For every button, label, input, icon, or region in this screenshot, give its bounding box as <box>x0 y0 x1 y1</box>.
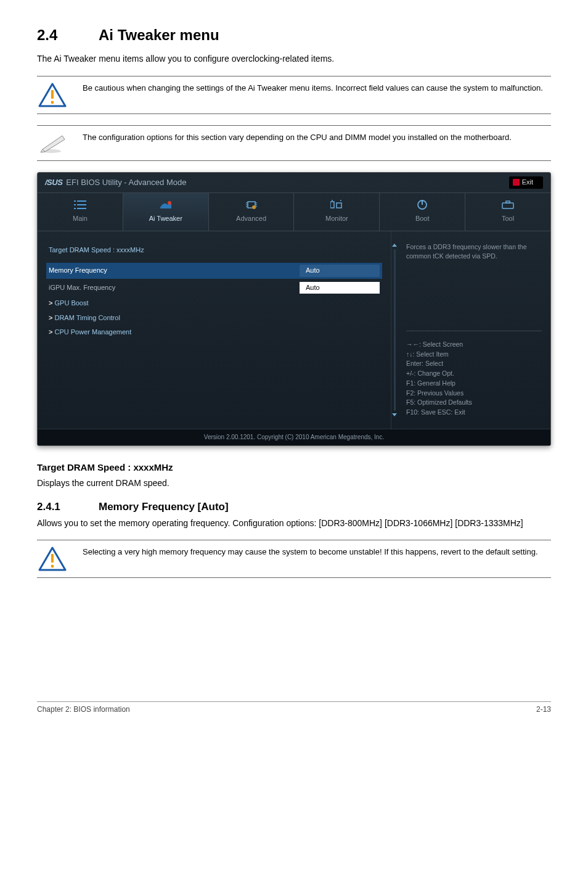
tab-boot[interactable]: Boot <box>380 193 465 231</box>
svg-rect-8 <box>74 204 76 205</box>
warning-icon <box>37 547 68 571</box>
bios-nav-help: →←: Select Screen ↑↓: Select Item Enter:… <box>406 331 542 418</box>
tab-main[interactable]: Main <box>38 193 123 231</box>
scrollbar[interactable] <box>391 231 398 429</box>
bios-footer: Version 2.00.1201. Copyright (C) 2010 Am… <box>38 429 550 445</box>
memory-frequency-label: Memory Frequency <box>49 266 300 275</box>
svg-rect-1 <box>51 90 54 99</box>
svg-rect-7 <box>77 200 86 202</box>
igpu-frequency-label: iGPU Max. Frequency <box>49 283 300 292</box>
svg-rect-10 <box>74 208 76 209</box>
monitor-icon <box>330 199 343 210</box>
bios-titlebar: /SUS EFI BIOS Utility - Advanced Mode Ex… <box>38 173 550 192</box>
row-igpu-frequency[interactable]: iGPU Max. Frequency Auto <box>46 280 382 295</box>
tab-main-label: Main <box>73 214 88 223</box>
row-gpu-boost[interactable]: GPU Boost <box>46 297 382 310</box>
svg-point-12 <box>168 201 171 205</box>
toolbox-icon <box>501 199 515 210</box>
svg-point-29 <box>51 565 54 568</box>
memory-frequency-value[interactable]: Auto <box>300 265 380 276</box>
svg-rect-26 <box>506 201 510 203</box>
tab-monitor[interactable]: Monitor <box>294 193 380 231</box>
tab-advanced[interactable]: Advanced <box>209 193 295 231</box>
exit-icon <box>513 179 520 186</box>
section-2-4-1-text: Allows you to set the memory operating f… <box>37 518 551 530</box>
scroll-track[interactable] <box>394 249 396 411</box>
exit-label: Exit <box>522 178 533 187</box>
svg-point-2 <box>51 101 54 104</box>
target-dram-label: Target DRAM Speed : xxxxMHz <box>49 245 380 255</box>
svg-rect-22 <box>337 203 341 208</box>
tweaker-icon <box>159 199 173 210</box>
tab-boot-label: Boot <box>415 214 430 223</box>
bios-title-text: EFI BIOS Utility - Advanced Mode <box>66 177 186 188</box>
section-intro: The Ai Tweaker menu items allow you to c… <box>37 53 551 65</box>
exit-button[interactable]: Exit <box>509 176 543 188</box>
footer-right: 2-13 <box>536 704 551 715</box>
note-callout-1: The configuration options for this secti… <box>37 125 551 161</box>
tab-aitweaker-label: Ai Tweaker <box>149 214 182 223</box>
footer-left: Chapter 2: BIOS information <box>37 704 130 715</box>
cpu-power-label: CPU Power Management <box>49 328 380 337</box>
tab-aitweaker[interactable]: Ai Tweaker <box>123 193 209 231</box>
tab-monitor-label: Monitor <box>325 214 348 223</box>
svg-point-20 <box>252 205 256 209</box>
section-2-4-1-title: Memory Frequency [Auto] <box>99 501 229 513</box>
gpu-boost-label: GPU Boost <box>49 299 380 308</box>
scroll-up-icon[interactable] <box>392 244 397 247</box>
bios-settings-pane: Target DRAM Speed : xxxxMHz Memory Frequ… <box>38 231 391 429</box>
power-icon <box>415 199 429 210</box>
svg-rect-6 <box>74 200 76 202</box>
section-title-text: Ai Tweaker menu <box>99 27 219 43</box>
dram-timing-label: DRAM Timing Control <box>49 313 380 323</box>
target-dram-text: Displays the current DRAM speed. <box>37 477 551 490</box>
row-cpu-power[interactable]: CPU Power Management <box>46 326 382 339</box>
bios-window: /SUS EFI BIOS Utility - Advanced Mode Ex… <box>37 172 551 446</box>
svg-rect-9 <box>77 204 86 205</box>
tab-advanced-label: Advanced <box>236 214 266 223</box>
note-text-1: The configuration options for this secti… <box>83 132 551 143</box>
caution-callout-2: Selecting a very high memory frequency m… <box>37 540 551 578</box>
chip-icon <box>245 199 258 210</box>
svg-rect-25 <box>502 203 513 208</box>
svg-rect-11 <box>77 208 86 209</box>
row-memory-frequency[interactable]: Memory Frequency Auto <box>46 263 382 278</box>
section-heading: 2.4Ai Tweaker menu <box>37 25 551 46</box>
page-footer: Chapter 2: BIOS information 2-13 <box>37 701 551 715</box>
igpu-frequency-value[interactable]: Auto <box>300 282 380 294</box>
caution-text-1: Be cautious when changing the settings o… <box>83 83 551 94</box>
section-2-4-1-number: 2.4.1 <box>37 500 99 514</box>
section-number: 2.4 <box>37 25 99 46</box>
bios-tabs: Main Ai Tweaker Advanced Monitor Boot <box>38 193 550 231</box>
scroll-down-icon[interactable] <box>392 413 397 416</box>
caution-text-2: Selecting a very high memory frequency m… <box>83 547 551 558</box>
svg-rect-28 <box>51 554 54 563</box>
tab-tool[interactable]: Tool <box>465 193 550 231</box>
bios-help-text: Forces a DDR3 frequency slower than the … <box>406 242 542 260</box>
pencil-icon <box>37 132 68 154</box>
tab-tool-label: Tool <box>502 214 514 223</box>
caution-callout-1: Be cautious when changing the settings o… <box>37 76 551 114</box>
section-2-4-1-heading: 2.4.1Memory Frequency [Auto] <box>37 500 551 514</box>
bios-brand-logo: /SUS <box>45 177 62 188</box>
list-icon <box>73 199 87 210</box>
svg-rect-21 <box>330 202 334 208</box>
target-dram-heading: Target DRAM Speed : xxxxMHz <box>37 461 551 474</box>
row-dram-timing[interactable]: DRAM Timing Control <box>46 311 382 324</box>
warning-icon <box>37 83 68 107</box>
